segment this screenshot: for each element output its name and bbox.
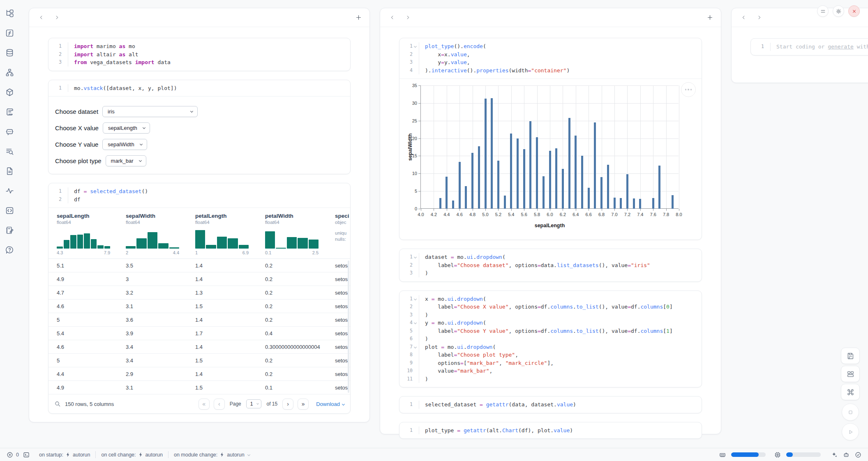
code-line[interactable]: 1dataset = mo.ui.dropdown( — [399, 253, 697, 261]
search-list-icon[interactable] — [5, 147, 14, 156]
search-icon[interactable] — [54, 401, 61, 407]
scroll-left-button[interactable] — [37, 13, 46, 22]
document-icon[interactable] — [5, 167, 14, 175]
scroll-left-button[interactable] — [388, 13, 397, 22]
editor-placeholder[interactable]: Start coding or generate with — [776, 43, 868, 51]
code-line[interactable]: 11) — [399, 375, 697, 383]
code-line[interactable]: 1x = mo.ui.dropdown( — [399, 295, 697, 303]
chart-menu-button[interactable] — [681, 82, 696, 97]
dropdown-select[interactable]: mark_bar — [106, 155, 146, 166]
dropdown-select[interactable]: sepalWidth — [102, 139, 147, 150]
command-palette-button[interactable] — [841, 384, 860, 400]
dropdown-select[interactable]: iris — [102, 106, 198, 117]
code-line[interactable]: 1plot_type().encode( — [399, 42, 697, 51]
code-editor[interactable]: 1mo.vstack([dataset, x, y, plot]) — [48, 80, 350, 97]
scroll-right-button[interactable] — [755, 13, 764, 22]
function-square-icon[interactable] — [5, 29, 14, 37]
code-line[interactable]: 2import altair as alt — [48, 51, 345, 59]
chat-assistant-icon[interactable] — [5, 127, 14, 136]
database-icon[interactable] — [5, 48, 14, 57]
code-line[interactable]: 9 options=["mark_bar", "mark_circle"], — [399, 359, 697, 367]
code-line[interactable]: 3 y=y.value, — [399, 58, 697, 67]
column-header[interactable]: speciobjecuniqunulls: — [328, 213, 350, 258]
code-editor[interactable]: 1dataset = mo.ui.dropdown(2 label="Choos… — [399, 249, 702, 281]
add-cell-button[interactable] — [706, 14, 713, 21]
scroll-right-button[interactable] — [403, 13, 412, 22]
code-line[interactable]: 1import marimo as mo — [48, 42, 345, 51]
code-line[interactable]: 1selected_dataset = getattr(data, datase… — [399, 401, 697, 409]
code-editor[interactable]: 1plot_type().encode(2 x=x.value,3 y=y.va… — [399, 38, 702, 78]
runtime-config-item[interactable]: on startup:autorun — [34, 452, 95, 458]
code-line[interactable]: 3from vega_datasets import data — [48, 58, 345, 67]
column-header[interactable]: petalWidthfloat640.12.5 — [258, 213, 328, 258]
terminal-button[interactable] — [23, 452, 30, 458]
code-editor[interactable]: 1import marimo as mo2import altair as al… — [48, 38, 350, 71]
runtime-config-item[interactable]: on module change:autorun — [169, 452, 255, 458]
scroll-left-button[interactable] — [739, 13, 748, 22]
download-button[interactable]: Download — [316, 401, 344, 407]
code-line[interactable]: 1mo.vstack([dataset, x, y, plot]) — [48, 84, 345, 92]
code-line[interactable]: 1plot_type = getattr(alt.Chart(df), plot… — [399, 426, 697, 435]
code-line[interactable]: 1df = selected_dataset() — [48, 187, 345, 196]
code-editor[interactable]: 1selected_dataset = getattr(data, datase… — [399, 396, 702, 413]
code-line[interactable]: 4).interactive().properties(width="conta… — [399, 67, 697, 75]
table-cell: 0.2 — [258, 317, 328, 323]
run-button[interactable] — [842, 423, 859, 440]
code-snippet-icon[interactable] — [5, 206, 14, 215]
script-scroll-icon[interactable] — [5, 108, 14, 116]
column-header[interactable]: sepalLengthfloat644.37.9 — [48, 213, 118, 258]
column-header[interactable]: sepalWidthfloat6424.4 — [118, 213, 188, 258]
page-select[interactable]: 1 — [246, 399, 262, 408]
scratchpad-icon[interactable] — [5, 226, 14, 235]
stop-button[interactable] — [842, 403, 859, 421]
dropdown-select[interactable]: sepalLength — [103, 122, 150, 134]
lightning-icon — [138, 452, 143, 457]
error-indicator[interactable]: 0 — [7, 452, 19, 458]
help-bubble-icon[interactable] — [5, 246, 14, 254]
runtime-config-item[interactable]: on cell change:autorun — [96, 452, 168, 458]
code-line[interactable]: 2 label="Choose dataset", options=data.l… — [399, 261, 697, 270]
table-cell: 3 — [118, 276, 188, 282]
settings-button[interactable] — [833, 5, 844, 17]
code-line[interactable]: 2 label="Choose X value", options=df.col… — [399, 303, 697, 311]
first-page-button[interactable]: « — [199, 399, 210, 410]
package-cube-icon[interactable] — [5, 88, 14, 97]
code-editor[interactable]: 1plot_type = getattr(alt.Chart(df), plot… — [399, 422, 702, 439]
prev-page-button[interactable]: ‹ — [214, 399, 225, 410]
layout-button[interactable] — [841, 366, 860, 382]
code-line[interactable]: 5 label="Choose Y value", options=df.col… — [399, 327, 697, 335]
table-scrollbar[interactable] — [348, 260, 349, 393]
bar-chart-plot-area[interactable]: sepalLength sepalWidth 4.04.24.44.64.85.… — [420, 85, 679, 209]
code-line[interactable]: 7plot = mo.ui.dropdown( — [399, 343, 697, 351]
dropdown-controls-output: Choose datasetirisChoose X valuesepalLen… — [48, 96, 350, 174]
save-button[interactable] — [841, 348, 860, 364]
connection-status-icon[interactable] — [855, 452, 861, 458]
chart-output[interactable]: sepalLength sepalWidth 4.04.24.44.64.85.… — [399, 78, 702, 240]
code-line[interactable]: 2 x=x.value, — [399, 51, 697, 59]
file-tree-icon[interactable] — [5, 9, 14, 18]
code-line[interactable]: 4y = mo.ui.dropdown( — [399, 319, 697, 327]
activity-pulse-icon[interactable] — [5, 187, 14, 195]
column-header[interactable]: petalLengthfloat6416.9 — [188, 213, 258, 258]
next-page-button[interactable]: › — [282, 399, 293, 410]
code-line[interactable]: 6) — [399, 335, 697, 343]
scroll-right-button[interactable] — [52, 13, 61, 22]
table-cell: 4.7 — [48, 290, 118, 296]
assistant-icon[interactable] — [843, 452, 850, 458]
notebook-menu-button[interactable] — [817, 5, 829, 17]
last-page-button[interactable]: » — [298, 399, 309, 410]
shutdown-button[interactable] — [848, 5, 860, 17]
add-cell-button[interactable] — [355, 14, 362, 21]
code-editor[interactable]: 1x = mo.ui.dropdown(2 label="Choose X va… — [399, 291, 702, 387]
code-line[interactable]: 10 value="mark_bar", — [399, 367, 697, 375]
code-line[interactable]: 3) — [399, 269, 697, 277]
code-editor[interactable]: 1df = selected_dataset()2df — [48, 183, 350, 207]
code-line[interactable]: 8 label="Choose plot type", — [399, 351, 697, 359]
code-line[interactable]: 2df — [48, 196, 345, 204]
generate-link[interactable]: generate — [828, 44, 854, 50]
code-editor[interactable]: 1 Start coding or generate with — [751, 39, 868, 55]
line-number: 1 — [399, 295, 419, 303]
dependency-graph-icon[interactable] — [5, 68, 14, 77]
ai-sparkles-icon[interactable] — [831, 452, 838, 458]
code-line[interactable]: 3) — [399, 311, 697, 319]
